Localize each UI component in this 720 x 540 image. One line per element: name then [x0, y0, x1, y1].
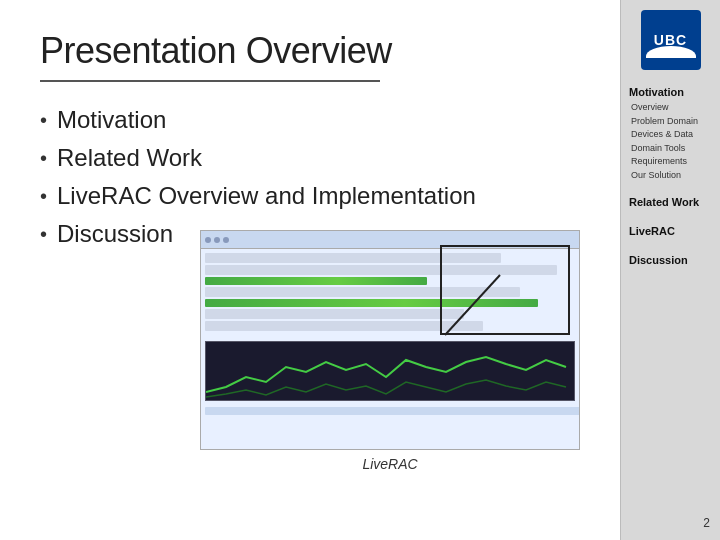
screenshot-rows	[201, 249, 579, 335]
bullet-text: LiveRAC Overview and Implementation	[57, 182, 476, 210]
dot	[205, 237, 211, 243]
sidebar-relatedwork-section: Related Work	[629, 196, 712, 211]
screenshot-label: LiveRAC	[362, 456, 417, 472]
sidebar-discussion-section: Discussion	[629, 254, 712, 269]
screenshot-mock	[200, 230, 580, 450]
page-number: 2	[703, 516, 710, 530]
ss-row-bottom	[205, 407, 580, 415]
ss-row	[205, 309, 464, 319]
ss-row	[205, 321, 483, 331]
sidebar-discussion-title: Discussion	[629, 254, 712, 266]
waveform-svg	[206, 342, 574, 400]
bullet-icon: •	[40, 223, 47, 246]
ss-chart-area	[205, 341, 575, 401]
ubc-logo: UBC	[641, 10, 701, 70]
dot	[223, 237, 229, 243]
screenshot-area: LiveRAC	[200, 230, 580, 450]
ss-row-green	[205, 299, 538, 307]
sidebar-relatedwork-title: Related Work	[629, 196, 712, 208]
bullet-text: Motivation	[57, 106, 166, 134]
title-underline	[40, 80, 380, 82]
sidebar: UBC Motivation Overview Problem Domain D…	[620, 0, 720, 540]
sidebar-sub-item: Our Solution	[631, 169, 712, 183]
ss-row-green	[205, 277, 427, 285]
bullet-icon: •	[40, 185, 47, 208]
sidebar-motivation-sub: Overview Problem Domain Devices & Data D…	[629, 101, 712, 182]
main-content: Presentation Overview • Motivation • Rel…	[0, 0, 620, 540]
sidebar-motivation-title: Motivation	[629, 86, 712, 98]
sidebar-sub-item: Domain Tools	[631, 142, 712, 156]
bullet-text: Related Work	[57, 144, 202, 172]
screenshot-header	[201, 231, 579, 249]
sidebar-sub-item: Overview	[631, 101, 712, 115]
list-item: • LiveRAC Overview and Implementation	[40, 182, 580, 210]
sidebar-sub-item: Problem Domain	[631, 115, 712, 129]
dot	[214, 237, 220, 243]
ubc-logo-inner: UBC	[641, 10, 701, 70]
bullet-text: Discussion	[57, 220, 173, 248]
ss-row	[205, 253, 501, 263]
sidebar-sub-item: Devices & Data	[631, 128, 712, 142]
bullet-list: • Motivation • Related Work • LiveRAC Ov…	[40, 106, 580, 248]
ubc-logo-arc	[646, 46, 696, 66]
page-title: Presentation Overview	[40, 30, 580, 72]
sidebar-liverac-title: LiveRAC	[629, 225, 712, 237]
sidebar-liverac-section: LiveRAC	[629, 225, 712, 240]
sidebar-motivation-section: Motivation Overview Problem Domain Devic…	[629, 86, 712, 182]
bullet-icon: •	[40, 109, 47, 132]
list-item: • Motivation	[40, 106, 580, 134]
list-item: • Related Work	[40, 144, 580, 172]
bullet-icon: •	[40, 147, 47, 170]
sidebar-sub-item: Requirements	[631, 155, 712, 169]
ss-row	[205, 287, 520, 297]
ss-row	[205, 265, 557, 275]
